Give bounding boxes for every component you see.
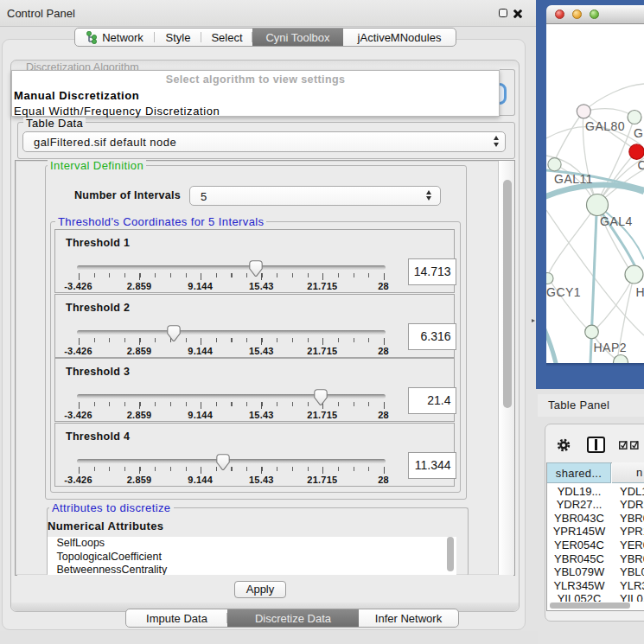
svg-text:HAP2: HAP2 [594, 341, 628, 354]
svg-text:GAL11: GAL11 [554, 172, 593, 186]
svg-text:GAL80: GAL80 [585, 119, 625, 133]
svg-text:G.: G. [634, 126, 644, 140]
svg-text:H: H [636, 285, 644, 299]
svg-text:C: C [638, 158, 644, 172]
svg-text:GCY1: GCY1 [546, 285, 581, 299]
svg-text:GAL4: GAL4 [600, 214, 633, 228]
